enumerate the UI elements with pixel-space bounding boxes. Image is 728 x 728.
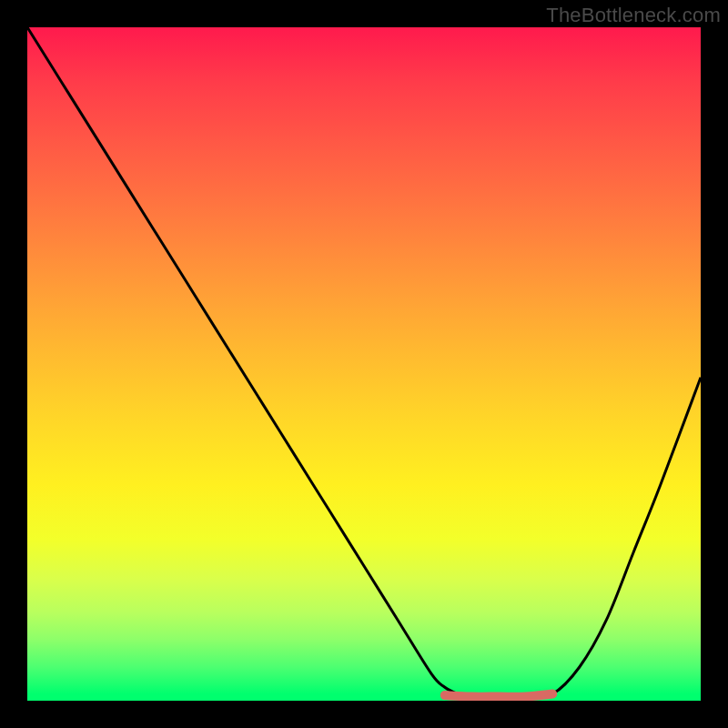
- chart-frame: TheBottleneck.com: [0, 0, 728, 728]
- gradient-plot-area: [27, 27, 701, 701]
- bottleneck-curve-path: [27, 27, 701, 698]
- watermark-label: TheBottleneck.com: [546, 4, 721, 27]
- highlight-flat-path: [445, 694, 552, 697]
- curve-layer: [27, 27, 701, 701]
